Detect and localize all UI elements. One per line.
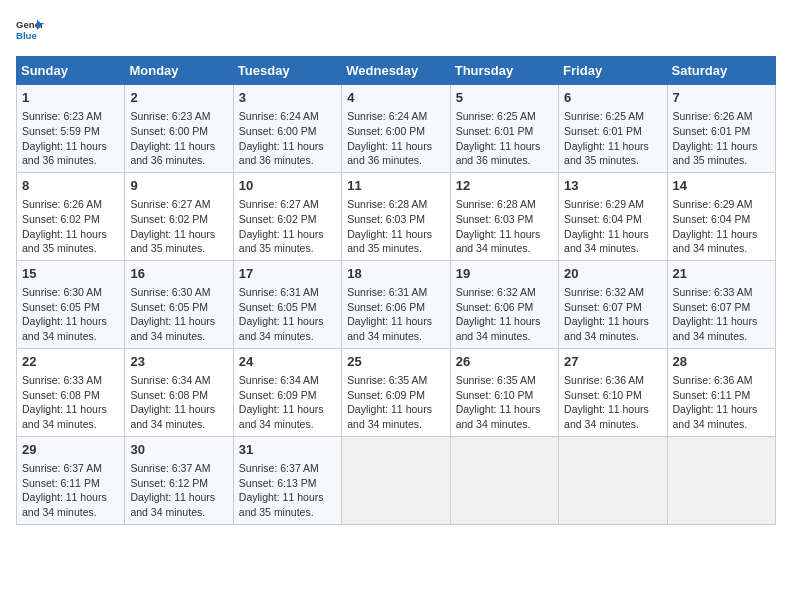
day-number: 30: [130, 441, 227, 459]
day-info-line: Sunset: 6:01 PM: [673, 124, 770, 139]
day-number: 20: [564, 265, 661, 283]
day-info-line: Sunrise: 6:30 AM: [22, 285, 119, 300]
day-header-tuesday: Tuesday: [233, 57, 341, 85]
day-info-line: Daylight: 11 hours: [130, 402, 227, 417]
day-info-line: Sunset: 6:01 PM: [564, 124, 661, 139]
day-info-line: and 34 minutes.: [347, 417, 444, 432]
day-info-line: Sunrise: 6:28 AM: [347, 197, 444, 212]
day-number: 21: [673, 265, 770, 283]
day-info-line: Daylight: 11 hours: [239, 490, 336, 505]
calendar-cell: 13Sunrise: 6:29 AMSunset: 6:04 PMDayligh…: [559, 172, 667, 260]
day-number: 12: [456, 177, 553, 195]
logo-icon: General Blue: [16, 16, 44, 44]
day-info-line: Sunset: 6:02 PM: [130, 212, 227, 227]
day-info-line: Daylight: 11 hours: [130, 314, 227, 329]
calendar-cell: 28Sunrise: 6:36 AMSunset: 6:11 PMDayligh…: [667, 348, 775, 436]
day-info-line: and 34 minutes.: [673, 329, 770, 344]
calendar-cell: 16Sunrise: 6:30 AMSunset: 6:05 PMDayligh…: [125, 260, 233, 348]
day-info-line: and 36 minutes.: [456, 153, 553, 168]
day-info-line: Daylight: 11 hours: [239, 227, 336, 242]
calendar-header-row: SundayMondayTuesdayWednesdayThursdayFrid…: [17, 57, 776, 85]
day-number: 4: [347, 89, 444, 107]
calendar-cell: 22Sunrise: 6:33 AMSunset: 6:08 PMDayligh…: [17, 348, 125, 436]
day-info-line: Sunset: 6:10 PM: [456, 388, 553, 403]
day-info-line: and 34 minutes.: [130, 505, 227, 520]
day-info-line: Daylight: 11 hours: [456, 139, 553, 154]
calendar-cell: 31Sunrise: 6:37 AMSunset: 6:13 PMDayligh…: [233, 436, 341, 524]
calendar-cell: 24Sunrise: 6:34 AMSunset: 6:09 PMDayligh…: [233, 348, 341, 436]
day-info-line: Daylight: 11 hours: [456, 227, 553, 242]
day-number: 14: [673, 177, 770, 195]
day-number: 26: [456, 353, 553, 371]
day-info-line: and 36 minutes.: [347, 153, 444, 168]
day-info-line: Sunrise: 6:27 AM: [239, 197, 336, 212]
day-info-line: Sunset: 6:00 PM: [347, 124, 444, 139]
day-info-line: Daylight: 11 hours: [22, 314, 119, 329]
day-info-line: Sunrise: 6:29 AM: [564, 197, 661, 212]
calendar-cell: [559, 436, 667, 524]
calendar-cell: [667, 436, 775, 524]
day-info-line: Daylight: 11 hours: [130, 227, 227, 242]
day-info-line: and 34 minutes.: [130, 417, 227, 432]
calendar-cell: 12Sunrise: 6:28 AMSunset: 6:03 PMDayligh…: [450, 172, 558, 260]
day-number: 31: [239, 441, 336, 459]
day-info-line: Daylight: 11 hours: [22, 402, 119, 417]
day-info-line: Sunset: 6:11 PM: [673, 388, 770, 403]
calendar-cell: 5Sunrise: 6:25 AMSunset: 6:01 PMDaylight…: [450, 85, 558, 173]
day-number: 29: [22, 441, 119, 459]
day-header-thursday: Thursday: [450, 57, 558, 85]
day-info-line: Sunset: 6:00 PM: [239, 124, 336, 139]
day-info-line: Daylight: 11 hours: [347, 314, 444, 329]
day-info-line: Sunrise: 6:31 AM: [347, 285, 444, 300]
calendar-week-5: 29Sunrise: 6:37 AMSunset: 6:11 PMDayligh…: [17, 436, 776, 524]
day-info-line: Daylight: 11 hours: [239, 139, 336, 154]
day-info-line: Daylight: 11 hours: [22, 490, 119, 505]
day-info-line: Sunrise: 6:36 AM: [673, 373, 770, 388]
day-info-line: Daylight: 11 hours: [564, 402, 661, 417]
day-number: 9: [130, 177, 227, 195]
day-info-line: Sunset: 6:05 PM: [22, 300, 119, 315]
calendar-cell: 23Sunrise: 6:34 AMSunset: 6:08 PMDayligh…: [125, 348, 233, 436]
day-info-line: Daylight: 11 hours: [130, 139, 227, 154]
day-info-line: Sunrise: 6:34 AM: [130, 373, 227, 388]
day-info-line: and 35 minutes.: [564, 153, 661, 168]
day-info-line: Sunset: 6:09 PM: [347, 388, 444, 403]
day-info-line: Daylight: 11 hours: [347, 139, 444, 154]
day-info-line: Daylight: 11 hours: [673, 314, 770, 329]
day-info-line: Sunrise: 6:32 AM: [456, 285, 553, 300]
day-info-line: Sunrise: 6:26 AM: [673, 109, 770, 124]
day-info-line: Daylight: 11 hours: [673, 402, 770, 417]
calendar-cell: [342, 436, 450, 524]
day-info-line: Sunset: 6:06 PM: [347, 300, 444, 315]
day-info-line: Sunset: 6:08 PM: [130, 388, 227, 403]
day-info-line: Sunrise: 6:35 AM: [456, 373, 553, 388]
day-info-line: Sunset: 6:12 PM: [130, 476, 227, 491]
calendar-cell: 27Sunrise: 6:36 AMSunset: 6:10 PMDayligh…: [559, 348, 667, 436]
day-info-line: Sunrise: 6:37 AM: [239, 461, 336, 476]
day-info-line: and 36 minutes.: [22, 153, 119, 168]
day-info-line: Sunrise: 6:36 AM: [564, 373, 661, 388]
day-header-sunday: Sunday: [17, 57, 125, 85]
day-info-line: Sunset: 6:11 PM: [22, 476, 119, 491]
day-number: 15: [22, 265, 119, 283]
day-info-line: Sunset: 6:03 PM: [347, 212, 444, 227]
day-info-line: and 34 minutes.: [673, 417, 770, 432]
calendar-cell: 11Sunrise: 6:28 AMSunset: 6:03 PMDayligh…: [342, 172, 450, 260]
calendar-body: 1Sunrise: 6:23 AMSunset: 5:59 PMDaylight…: [17, 85, 776, 525]
day-info-line: Daylight: 11 hours: [347, 227, 444, 242]
day-info-line: Sunset: 6:07 PM: [564, 300, 661, 315]
calendar-table: SundayMondayTuesdayWednesdayThursdayFrid…: [16, 56, 776, 525]
day-info-line: and 34 minutes.: [456, 417, 553, 432]
day-info-line: Daylight: 11 hours: [347, 402, 444, 417]
day-number: 27: [564, 353, 661, 371]
calendar-week-1: 1Sunrise: 6:23 AMSunset: 5:59 PMDaylight…: [17, 85, 776, 173]
day-info-line: Daylight: 11 hours: [456, 314, 553, 329]
day-info-line: Sunrise: 6:31 AM: [239, 285, 336, 300]
day-info-line: Sunset: 6:09 PM: [239, 388, 336, 403]
page-header: General Blue: [16, 16, 776, 44]
day-info-line: and 34 minutes.: [347, 329, 444, 344]
calendar-cell: 18Sunrise: 6:31 AMSunset: 6:06 PMDayligh…: [342, 260, 450, 348]
day-info-line: Sunset: 6:03 PM: [456, 212, 553, 227]
day-info-line: and 34 minutes.: [564, 417, 661, 432]
calendar-cell: 26Sunrise: 6:35 AMSunset: 6:10 PMDayligh…: [450, 348, 558, 436]
